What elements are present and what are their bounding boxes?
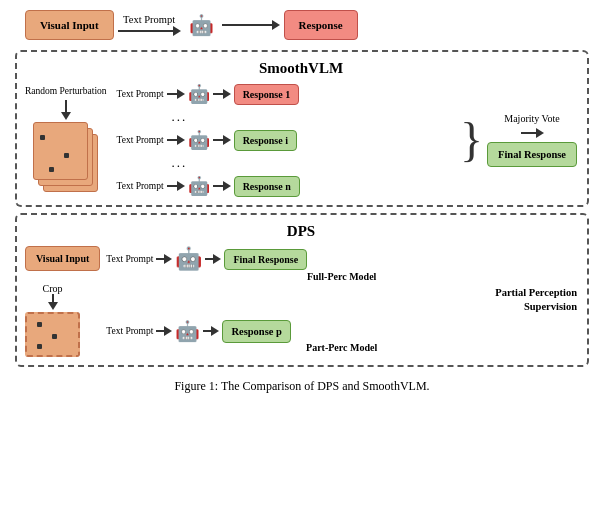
top-text-prompt-label: Text Prompt	[123, 14, 175, 25]
smoothvlm-left: Random Perturbation	[25, 86, 107, 195]
dps-bottom-group: Text Prompt 🤖 Response p Part-Perc Model	[106, 319, 577, 353]
prompt-row-i: Text Prompt 🤖 Response i	[117, 129, 454, 151]
crop-v-head	[48, 302, 58, 310]
h-line-n	[167, 185, 177, 187]
crop-area: Crop	[25, 283, 80, 357]
response-n-box: Response n	[234, 176, 300, 197]
response-i-box: Response i	[234, 130, 297, 151]
brace-icon: }	[460, 116, 483, 164]
partial-perc-supervision-label: Partial Perception Supervision	[106, 286, 577, 313]
arrow-1	[167, 89, 185, 99]
crop-arrow	[48, 294, 58, 312]
part-perc-label: Part-Perc Model	[106, 342, 577, 353]
smoothvlm-inner: Random Perturbation	[25, 83, 577, 197]
arrow-n	[167, 181, 185, 191]
h-line-i	[167, 139, 177, 141]
crop-v-line	[52, 294, 54, 302]
prompt-label-i: Text Prompt	[117, 135, 164, 145]
robot-1: 🤖	[188, 83, 210, 105]
dps-h-line-1b	[205, 258, 213, 260]
dots-row-2: ...	[117, 155, 454, 171]
smoothvlm-final-response: Final Response	[487, 142, 577, 167]
dps-top-row: Text Prompt 🤖 Final Response	[106, 246, 577, 272]
prompt-row-1: Text Prompt 🤖 Response 1	[117, 83, 454, 105]
arrow-head-1	[177, 89, 185, 99]
dps-left: Visual Input Crop	[25, 246, 100, 357]
robot-i: 🤖	[188, 129, 210, 151]
dps-response-p: Response p	[222, 320, 290, 343]
arrow-1b	[213, 89, 231, 99]
vote-area: Majority Vote Final Response	[487, 113, 577, 167]
crop-image	[25, 312, 80, 357]
dps-visual-input: Visual Input	[25, 246, 100, 271]
visual-input-box: Visual Input	[25, 10, 114, 40]
arrow-head-i	[177, 135, 185, 145]
vote-brace-area: } Majority Vote Final Response	[460, 113, 577, 167]
prompt-rows: Text Prompt 🤖 Response 1 ...	[117, 83, 454, 197]
vote-h-line	[521, 132, 536, 134]
top-h-line	[118, 30, 173, 32]
noise-dot	[49, 167, 54, 172]
arrow-head-n	[177, 181, 185, 191]
noise-dot	[37, 322, 42, 327]
diagram-container: Visual Input Text Prompt 🤖 Response Smoo…	[15, 10, 589, 394]
noise-dot	[40, 135, 45, 140]
h-line-nb	[213, 185, 223, 187]
dps-bottom-row: Text Prompt 🤖 Response p	[106, 319, 577, 343]
top-right-arrow	[222, 20, 280, 30]
stacked-img-3	[33, 122, 88, 180]
smoothvlm-title: SmoothVLM	[25, 60, 577, 77]
dps-top-group: Text Prompt 🤖 Final Response Full-Perc M…	[106, 246, 577, 282]
dps-arrow-head-1	[164, 254, 172, 264]
top-right-arrow-head	[272, 20, 280, 30]
perturb-v-head	[61, 112, 71, 120]
noise-dot	[64, 153, 69, 158]
h-line-ib	[213, 139, 223, 141]
top-right-h-line	[222, 24, 272, 26]
dps-h-line-2b	[203, 330, 211, 332]
crop-v-arrow	[48, 294, 58, 310]
perturb-v-line	[65, 100, 67, 112]
dps-title: DPS	[25, 223, 577, 240]
arrow-ib	[213, 135, 231, 145]
noise-dot	[37, 344, 42, 349]
stacked-images	[31, 120, 101, 195]
dps-robot-part: 🤖	[175, 319, 200, 343]
figure-caption: Figure 1: The Comparison of DPS and Smoo…	[15, 379, 589, 394]
h-line-1	[167, 93, 177, 95]
majority-vote-label: Majority Vote	[504, 113, 559, 124]
dps-inner: Visual Input Crop	[25, 246, 577, 357]
dps-right: Text Prompt 🤖 Final Response Full-Perc M…	[106, 246, 577, 357]
dps-section: DPS Visual Input Crop	[15, 213, 589, 367]
arrow-head-1b	[223, 89, 231, 99]
response-1-box: Response 1	[234, 84, 300, 105]
dps-h-line-2	[156, 330, 164, 332]
dps-arrow-1b	[205, 254, 221, 264]
top-arrow-label-group: Text Prompt	[118, 14, 181, 36]
full-perc-label: Full-Perc Model	[106, 271, 577, 282]
top-response-box: Response	[284, 10, 358, 40]
noise-dot	[52, 334, 57, 339]
partial-perc-text: Partial Perception Supervision	[495, 287, 577, 312]
smoothvlm-section: SmoothVLM Random Perturbation	[15, 50, 589, 207]
dps-arrow-2b	[203, 326, 219, 336]
arrow-i	[167, 135, 185, 145]
robot-n: 🤖	[188, 175, 210, 197]
perturbation-label: Random Perturbation	[25, 86, 107, 96]
dps-final-response: Final Response	[224, 249, 307, 270]
dps-arrow-head-2	[164, 326, 172, 336]
vote-arrow-head	[536, 128, 544, 138]
arrow-nb	[213, 181, 231, 191]
prompt-label-1: Text Prompt	[117, 89, 164, 99]
dps-arrow-head-2b	[211, 326, 219, 336]
dps-text-prompt-2: Text Prompt	[106, 326, 153, 336]
dps-arrow-2	[156, 326, 172, 336]
top-arrow-line	[118, 26, 181, 36]
arrow-head-nb	[223, 181, 231, 191]
dps-robot-full: 🤖	[175, 246, 202, 272]
prompt-label-n: Text Prompt	[117, 181, 164, 191]
top-robot-icon: 🤖	[189, 13, 214, 37]
dps-text-prompt-1: Text Prompt	[106, 254, 153, 264]
arrow-head-ib	[223, 135, 231, 145]
dps-arrow-1	[156, 254, 172, 264]
